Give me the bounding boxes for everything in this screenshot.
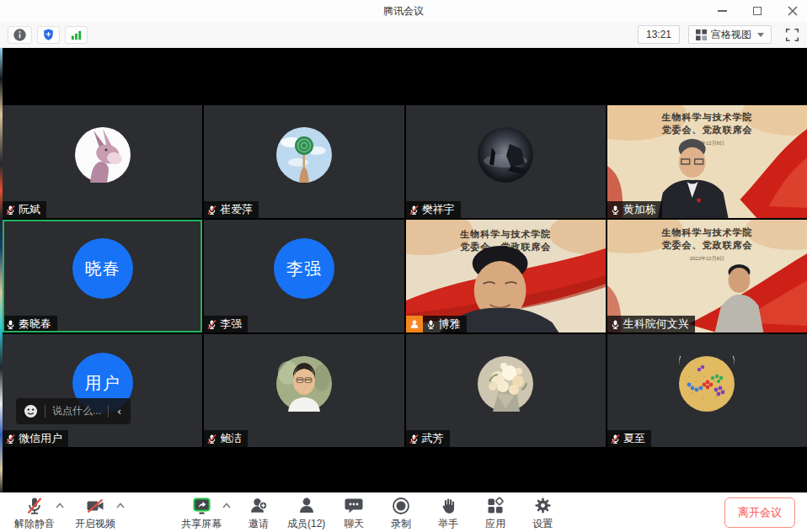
start-video-label: 开启视频	[75, 517, 115, 531]
participant-tile[interactable]: 用户 说点什么... ‹ 微信用户	[3, 334, 202, 447]
chat-button[interactable]: 聊天	[333, 495, 375, 531]
raise-hand-button[interactable]: 举手	[427, 495, 469, 531]
participant-tile[interactable]: 李强 李强	[204, 220, 404, 332]
mic-on-icon	[610, 205, 621, 215]
name-row: 李强	[204, 316, 248, 332]
avatar	[478, 127, 533, 183]
fullscreen-button[interactable]	[785, 28, 799, 42]
network-status-button[interactable]	[65, 26, 88, 44]
participant-grid: 阮斌 崔爱萍	[3, 105, 807, 447]
participant-tile[interactable]: 崔爱萍	[204, 105, 404, 218]
video-stage: 阮斌 崔爱萍	[0, 48, 807, 492]
close-button[interactable]	[787, 5, 799, 17]
participant-name: 武芳	[422, 431, 444, 446]
members-button[interactable]: 成员(12)	[285, 495, 328, 531]
participant-tile[interactable]: 樊祥宇	[406, 105, 606, 218]
window-title: 腾讯会议	[383, 4, 424, 19]
meeting-time[interactable]: 13:21	[638, 25, 680, 44]
participant-name: 博雅	[439, 317, 461, 332]
unmute-button[interactable]: 解除静音	[12, 495, 57, 531]
apps-icon	[485, 496, 505, 516]
maximize-button[interactable]	[751, 5, 763, 17]
share-screen-button[interactable]: 共享屏幕	[179, 495, 224, 531]
participant-tile-active-speaker[interactable]: 晓春 秦晓春	[3, 220, 202, 332]
maximize-icon	[753, 7, 762, 15]
members-label: 成员(12)	[287, 517, 325, 531]
avatar	[276, 356, 332, 412]
participant-tile[interactable]: 夏至	[607, 334, 807, 447]
security-button[interactable]	[37, 26, 60, 44]
mic-muted-icon	[206, 319, 217, 330]
divider	[45, 405, 45, 418]
participant-name: 鲍洁	[220, 431, 242, 446]
share-screen-icon	[191, 496, 212, 516]
participant-tile[interactable]: 鲍洁	[204, 334, 404, 447]
start-video-button[interactable]: 开启视频	[72, 495, 118, 531]
info-icon	[13, 28, 27, 42]
topbar-right: 13:21 宫格视图	[638, 25, 799, 44]
record-button[interactable]: 录制	[380, 495, 422, 531]
share-options-chevron[interactable]	[222, 503, 231, 508]
grid-view-icon	[696, 29, 707, 40]
video-options-chevron[interactable]	[116, 503, 125, 508]
participant-tile[interactable]: 生物科学与技术学院 党委会、党政联席会 博雅	[406, 220, 606, 332]
share-screen-label: 共享屏幕	[181, 517, 222, 531]
unmute-label: 解除静音	[14, 517, 55, 531]
participant-name: 夏至	[623, 431, 645, 446]
avatar	[75, 127, 131, 183]
apps-button[interactable]: 应用	[474, 495, 516, 531]
settings-gear-icon	[533, 496, 553, 515]
participant-name: 阮斌	[19, 202, 40, 217]
leave-meeting-button[interactable]: 离开会议	[724, 497, 795, 528]
signal-bars-icon	[70, 29, 83, 41]
mic-muted-icon	[206, 434, 217, 444]
name-row: 阮斌	[3, 201, 46, 218]
mic-muted-icon	[610, 434, 621, 444]
close-icon	[788, 6, 798, 16]
camera-off-icon	[85, 496, 105, 516]
record-icon	[391, 496, 411, 516]
name-row: 秦晓春	[3, 316, 57, 332]
participant-name: 樊祥宇	[422, 202, 455, 217]
divider	[108, 405, 109, 418]
participant-name: 黄加栋	[623, 202, 656, 217]
avatar	[679, 356, 735, 412]
settings-button[interactable]: 设置	[521, 495, 564, 531]
avatar	[276, 127, 332, 183]
apps-label: 应用	[485, 517, 505, 531]
participant-tile[interactable]: 生物科学与技术学院 党委会、党政联席会 2022年12月8日 黄加栋	[607, 105, 807, 218]
quick-chat-input[interactable]: 说点什么...	[52, 404, 101, 418]
host-badge	[406, 316, 423, 332]
raise-hand-icon	[439, 496, 457, 516]
name-row: 樊祥宇	[406, 201, 461, 218]
participant-tile[interactable]: 武芳	[406, 334, 606, 447]
view-mode-button[interactable]: 宫格视图	[688, 25, 772, 44]
minimize-button[interactable]	[716, 5, 728, 17]
collapse-chat-icon[interactable]: ‹	[115, 405, 123, 418]
participant-name: 崔爱萍	[220, 202, 253, 217]
titlebar: 腾讯会议	[0, 0, 807, 22]
invite-button[interactable]: 邀请	[238, 495, 280, 531]
mic-muted-icon	[409, 434, 420, 444]
mic-on-icon	[425, 319, 436, 330]
participant-name: 秦晓春	[19, 317, 51, 332]
name-row: 博雅	[406, 316, 467, 332]
chat-icon	[344, 496, 364, 516]
emoji-icon[interactable]	[24, 404, 38, 418]
name-row: 夏至	[607, 430, 651, 447]
bottom-toolbar: 解除静音 开启视频 共享屏幕	[0, 492, 807, 532]
mic-on-icon	[5, 319, 16, 330]
meeting-info-button[interactable]	[8, 26, 32, 44]
participant-tile[interactable]: 生物科学与技术学院 党委会、党政联席会 2022年12月8日 生科院何文兴	[607, 220, 807, 332]
participant-tile[interactable]: 阮斌	[3, 105, 202, 218]
invite-label: 邀请	[249, 517, 269, 531]
top-toolbar: 13:21 宫格视图	[0, 22, 807, 48]
invite-icon	[249, 496, 269, 516]
participant-name: 生科院何文兴	[623, 317, 689, 332]
mic-options-chevron[interactable]	[56, 503, 64, 508]
mic-on-icon	[610, 319, 621, 330]
fullscreen-icon	[785, 28, 799, 42]
window-controls	[716, 0, 799, 22]
name-row: 鲍洁	[204, 430, 248, 447]
participant-name: 李强	[220, 317, 242, 332]
